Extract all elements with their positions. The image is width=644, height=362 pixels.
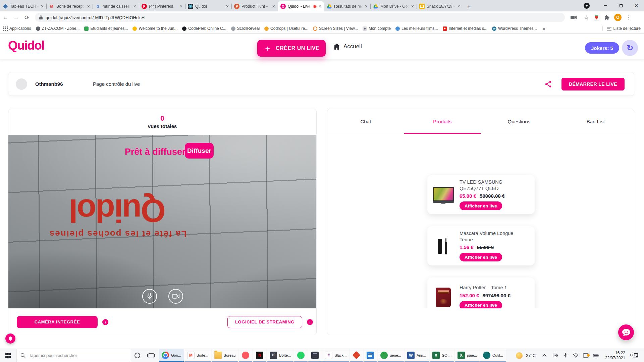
taskbar-app-book[interactable]: [364, 349, 377, 362]
tab-close-icon[interactable]: ×: [411, 4, 414, 9]
browser-tab-google[interactable]: mur de caisses à vi ×: [93, 1, 139, 11]
tab-close-icon[interactable]: ×: [458, 4, 460, 9]
camera-toggle-button[interactable]: [168, 289, 183, 304]
microphone-toggle-button[interactable]: [142, 289, 157, 304]
tab-questions[interactable]: Questions: [481, 109, 557, 134]
weather-temperature[interactable]: 27°C: [526, 353, 536, 358]
taskbar-app-bureau-folder[interactable]: Bureau: [212, 349, 238, 362]
browser-tab-drive-results[interactable]: Résultats de recher ×: [324, 1, 370, 11]
bookmarks-overflow-icon[interactable]: »: [543, 26, 545, 31]
taskbar-app-netflix[interactable]: [253, 349, 266, 362]
tray-expand-chevron-icon[interactable]: [542, 354, 547, 358]
show-in-live-button[interactable]: Afficher en live: [460, 301, 502, 308]
bookmark-star-icon[interactable]: ☆: [581, 12, 592, 23]
bookmark-item[interactable]: ScrollReveal: [231, 26, 260, 31]
browser-tab-producthunt[interactable]: Product Hunt – The ×: [231, 1, 278, 11]
tab-close-icon[interactable]: ×: [41, 4, 44, 9]
taskbar-app-slack[interactable]: Slack...: [322, 349, 349, 362]
notification-bubble-button[interactable]: [5, 334, 15, 344]
taskbar-clock[interactable]: 16:22 22/07/2021: [605, 351, 625, 361]
extensions-puzzle-icon[interactable]: [601, 12, 612, 23]
browser-tab-quidol-dev[interactable]: Quidol ×: [185, 1, 231, 11]
tray-microphone-icon[interactable]: [561, 353, 570, 358]
tray-battery-icon[interactable]: [592, 354, 600, 357]
window-minimize-button[interactable]: [598, 0, 613, 11]
tab-close-icon[interactable]: ×: [226, 4, 229, 9]
browser-media-control-icon[interactable]: [584, 3, 590, 9]
adblock-extension-icon[interactable]: [594, 15, 599, 20]
browser-tab-gmail[interactable]: Boîte de réception ×: [46, 1, 93, 11]
tab-produits[interactable]: Produits: [404, 109, 481, 134]
window-maximize-button[interactable]: [613, 0, 629, 11]
profile-menu-button[interactable]: ↻: [622, 40, 638, 56]
home-link[interactable]: Accueil: [333, 43, 362, 50]
browser-profile-avatar[interactable]: O: [614, 14, 622, 21]
browser-menu-icon[interactable]: ⋮: [624, 14, 634, 20]
tab-close-icon[interactable]: ×: [180, 4, 182, 9]
taskbar-app-ruby[interactable]: [350, 349, 363, 362]
tray-cast-icon[interactable]: [582, 353, 590, 358]
taskbar-app-whatsapp[interactable]: [294, 349, 308, 362]
bookmark-item[interactable]: Screen Sizes | View...: [313, 26, 358, 31]
bookmark-item[interactable]: Codrops | Useful re...: [264, 26, 308, 31]
support-chat-button[interactable]: [618, 324, 634, 340]
forward-button[interactable]: →: [11, 12, 21, 23]
software-info-icon[interactable]: i: [307, 319, 313, 325]
taskbar-app-excel-2[interactable]: paie...: [455, 349, 480, 362]
taskbar-app-chrome[interactable]: Goo...: [159, 349, 184, 362]
share-icon[interactable]: [545, 80, 552, 88]
bookmark-item[interactable]: CodePen: Online C...: [182, 26, 226, 31]
weather-sun-icon[interactable]: [516, 352, 523, 359]
browser-tab-slides[interactable]: Snack 18/7/19 - Go ×: [417, 1, 463, 11]
bookmark-item[interactable]: Les meilleurs films...: [395, 26, 438, 31]
quidol-logo[interactable]: Quidol: [8, 39, 44, 53]
tray-wifi-icon[interactable]: [572, 353, 580, 358]
streaming-software-button[interactable]: LOGICIEL DE STREAMING: [227, 316, 302, 328]
taskbar-search-input[interactable]: [29, 353, 116, 358]
show-in-live-button[interactable]: Afficher en live: [460, 201, 502, 210]
create-live-button[interactable]: ＋ CRÉER UN LIVE: [257, 40, 326, 57]
tab-close-icon[interactable]: ×: [365, 4, 368, 9]
notification-center-button[interactable]: 1: [630, 353, 641, 358]
camera-info-icon[interactable]: i: [102, 319, 108, 325]
bookmark-item[interactable]: Internet et médias s...: [443, 26, 487, 31]
taskbar-app-coral[interactable]: [239, 349, 252, 362]
browser-tab-drive-mydrive[interactable]: Mon Drive - Googl ×: [370, 1, 417, 11]
taskbar-search[interactable]: [16, 349, 130, 362]
bookmark-item[interactable]: Welcome to the Jun...: [132, 26, 177, 31]
taskbar-app-calculator[interactable]: [308, 349, 322, 362]
jokers-badge[interactable]: Jokers: 5: [585, 42, 619, 54]
back-button[interactable]: ←: [0, 12, 11, 23]
window-close-button[interactable]: ✕: [629, 0, 644, 11]
reading-list-button[interactable]: Liste de lecture: [602, 26, 641, 31]
address-bar[interactable]: quidol.fr/quiz/live/control/-MfD_TpJLWQD…: [35, 13, 565, 22]
reload-button[interactable]: ⟳: [21, 12, 32, 23]
tab-close-icon[interactable]: ×: [133, 4, 136, 9]
taskbar-app-teal[interactable]: Outil...: [480, 349, 506, 362]
new-tab-button[interactable]: ＋: [464, 2, 474, 11]
bookmark-item[interactable]: ZT-ZA.COM - Zone...: [36, 26, 80, 31]
tab-chat[interactable]: Chat: [327, 109, 404, 134]
apps-shortcut[interactable]: Applications: [3, 26, 31, 31]
products-list[interactable]: TV LED SAMSUNG QE75Q77T QLED 65.00 € 500…: [327, 134, 634, 308]
tab-ban-list[interactable]: Ban List: [557, 109, 634, 134]
bookmark-item[interactable]: Mon compte: [363, 26, 391, 31]
tray-camera-icon[interactable]: [551, 353, 560, 358]
tab-close-icon[interactable]: ×: [87, 4, 90, 9]
bookmark-item[interactable]: Etudiants et jeunes...: [84, 26, 128, 31]
start-live-button[interactable]: DÉMARRER LE LIVE: [561, 78, 625, 90]
start-button[interactable]: [0, 349, 16, 362]
tab-close-icon[interactable]: ×: [272, 4, 275, 9]
integrated-camera-button[interactable]: CAMÉRA INTEGRÉE: [17, 316, 98, 328]
browser-tab-quidol-live-active[interactable]: Quidol - Live S ×: [278, 1, 324, 11]
taskbar-app-mail-folder[interactable]: 10Boîte...: [267, 349, 293, 362]
taskbar-app-mail[interactable]: Boîte...: [184, 349, 211, 362]
task-view-button[interactable]: [144, 349, 158, 362]
show-in-live-button[interactable]: Afficher en live: [460, 253, 502, 261]
bookmark-item[interactable]: WordPress Themes...: [492, 26, 537, 31]
tab-close-icon[interactable]: ×: [319, 4, 321, 9]
taskbar-app-excel-1[interactable]: GO ...: [430, 349, 454, 362]
taskbar-app-green[interactable]: gene...: [378, 349, 404, 362]
camera-in-use-icon[interactable]: [568, 12, 579, 23]
broadcast-button[interactable]: Diffuser: [185, 143, 214, 159]
